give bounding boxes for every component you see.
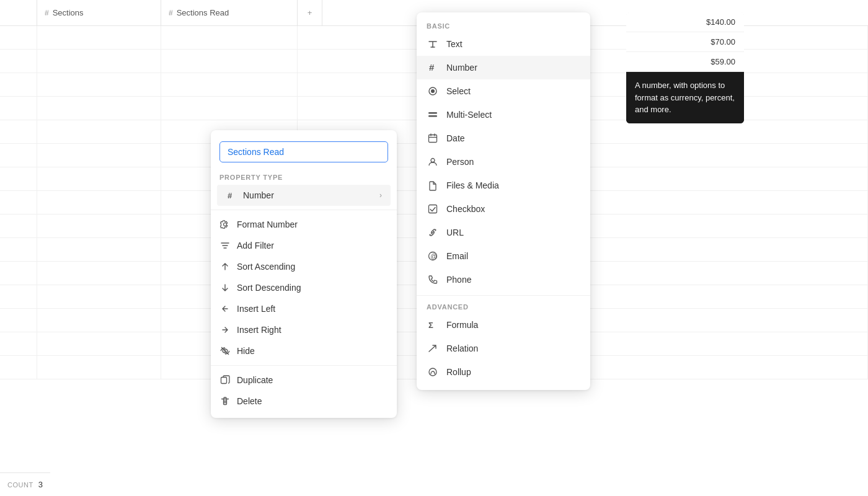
eye-off-icon bbox=[219, 345, 231, 356]
col-sections[interactable]: # Sections bbox=[37, 0, 161, 25]
number-label: Number bbox=[446, 63, 477, 73]
row-sections-read[interactable] bbox=[161, 73, 298, 96]
files-label: Files & Media bbox=[446, 180, 499, 190]
row-sections[interactable] bbox=[37, 144, 161, 167]
relation-icon bbox=[427, 342, 439, 355]
insert-left-label: Insert Left bbox=[237, 304, 275, 314]
type-menu: BASIC Text # Number Select bbox=[417, 12, 590, 390]
row-index bbox=[0, 50, 37, 73]
person-icon bbox=[427, 156, 439, 168]
menu-item-sort-asc[interactable]: Sort Ascending bbox=[211, 256, 397, 277]
row-index bbox=[0, 144, 37, 167]
menu-item-duplicate[interactable]: Duplicate bbox=[211, 370, 397, 391]
field-name-input[interactable] bbox=[219, 141, 388, 162]
row-sections[interactable] bbox=[37, 97, 161, 120]
menu-item-sort-desc[interactable]: Sort Descending bbox=[211, 277, 397, 298]
row-index bbox=[0, 332, 37, 355]
person-label: Person bbox=[446, 157, 474, 167]
duplicate-label: Duplicate bbox=[237, 375, 273, 385]
hash-icon-sections: # bbox=[45, 9, 49, 17]
col-add[interactable]: + bbox=[298, 0, 322, 25]
type-menu-item-date[interactable]: Date bbox=[417, 126, 590, 150]
type-selector[interactable]: # Number › bbox=[217, 185, 391, 206]
insert-right-label: Insert Right bbox=[237, 325, 281, 335]
relation-label: Relation bbox=[446, 343, 478, 353]
type-menu-item-phone[interactable]: Phone bbox=[417, 268, 590, 291]
menu-item-add-filter[interactable]: Add Filter bbox=[211, 235, 397, 256]
row-sections-read[interactable] bbox=[161, 26, 298, 49]
row-sections[interactable] bbox=[37, 50, 161, 73]
type-menu-item-select[interactable]: Select bbox=[417, 79, 590, 103]
type-menu-item-person[interactable]: Person bbox=[417, 150, 590, 174]
field-name-section bbox=[211, 136, 397, 170]
menu-item-delete[interactable]: Delete bbox=[211, 391, 397, 412]
arrow-right-icon bbox=[219, 324, 231, 335]
type-menu-item-relation[interactable]: Relation bbox=[417, 337, 590, 360]
menu-item-hide[interactable]: Hide bbox=[211, 340, 397, 361]
type-menu-item-formula[interactable]: Σ Formula bbox=[417, 313, 590, 337]
phone-icon bbox=[427, 273, 439, 286]
currency-panel: $140.00 $70.00 $59.00 A number, with opt… bbox=[626, 12, 744, 123]
row-index bbox=[0, 73, 37, 96]
type-menu-item-rollup[interactable]: Rollup bbox=[417, 360, 590, 384]
text-label: Text bbox=[446, 39, 463, 49]
row-sections[interactable] bbox=[37, 332, 161, 355]
add-column-icon: + bbox=[308, 8, 312, 17]
divider-2 bbox=[211, 365, 397, 366]
row-sections-read[interactable] bbox=[161, 50, 298, 73]
formula-label: Formula bbox=[446, 320, 478, 330]
currency-row-3: $59.00 bbox=[626, 52, 744, 72]
arrow-left-icon bbox=[219, 303, 231, 314]
menu-item-format-number[interactable]: Format Number bbox=[211, 214, 397, 235]
gear-icon bbox=[219, 219, 231, 230]
menu-item-insert-left[interactable]: Insert Left bbox=[211, 298, 397, 319]
row-index bbox=[0, 97, 37, 120]
row-sections[interactable] bbox=[37, 262, 161, 285]
row-sections[interactable] bbox=[37, 215, 161, 237]
row-sections[interactable] bbox=[37, 120, 161, 143]
select-label: Select bbox=[446, 86, 471, 96]
delete-label: Delete bbox=[237, 396, 262, 406]
date-label: Date bbox=[446, 133, 465, 143]
currency-tooltip: A number, with options to format as curr… bbox=[626, 72, 744, 123]
currency-row-2: $70.00 bbox=[626, 32, 744, 52]
type-menu-item-number[interactable]: # Number bbox=[417, 56, 590, 79]
svg-text:#: # bbox=[228, 191, 232, 200]
type-menu-item-checkbox[interactable]: Checkbox bbox=[417, 197, 590, 221]
currency-tooltip-text: A number, with options to format as curr… bbox=[635, 81, 735, 114]
url-label: URL bbox=[446, 228, 464, 237]
svg-rect-14 bbox=[429, 205, 437, 213]
svg-rect-4 bbox=[221, 378, 227, 384]
type-menu-item-text[interactable]: Text bbox=[417, 32, 590, 56]
col-sections-read-label: Sections Read bbox=[177, 8, 229, 17]
count-value: 3 bbox=[38, 480, 43, 489]
row-sections[interactable] bbox=[37, 356, 161, 379]
col-sections-label: Sections bbox=[53, 8, 84, 17]
svg-text:@: @ bbox=[431, 253, 437, 260]
row-sections[interactable] bbox=[37, 73, 161, 96]
type-menu-item-url[interactable]: URL bbox=[417, 221, 590, 244]
filter-icon bbox=[219, 240, 231, 251]
row-sections[interactable] bbox=[37, 167, 161, 190]
col-sections-read[interactable]: # Sections Read bbox=[161, 0, 298, 25]
menu-item-insert-right[interactable]: Insert Right bbox=[211, 319, 397, 340]
row-sections[interactable] bbox=[37, 238, 161, 261]
hide-label: Hide bbox=[237, 346, 255, 356]
row-index bbox=[0, 356, 37, 379]
basic-section-label: BASIC bbox=[417, 19, 590, 32]
row-sections[interactable] bbox=[37, 26, 161, 49]
property-type-label: PROPERTY TYPE bbox=[211, 170, 397, 184]
type-menu-item-multi-select[interactable]: Multi-Select bbox=[417, 103, 590, 126]
type-menu-item-files[interactable]: Files & Media bbox=[417, 174, 590, 197]
chevron-right-icon: › bbox=[379, 191, 382, 200]
date-icon bbox=[427, 132, 439, 144]
select-icon bbox=[427, 85, 439, 97]
context-menu: PROPERTY TYPE # Number › Format Number A bbox=[211, 130, 397, 418]
row-sections[interactable] bbox=[37, 191, 161, 214]
svg-point-13 bbox=[431, 159, 435, 162]
count-row: COUNT 3 bbox=[0, 472, 50, 496]
row-sections[interactable] bbox=[37, 285, 161, 308]
type-menu-item-email[interactable]: @ Email bbox=[417, 244, 590, 268]
row-sections[interactable] bbox=[37, 309, 161, 332]
row-sections-read[interactable] bbox=[161, 97, 298, 120]
